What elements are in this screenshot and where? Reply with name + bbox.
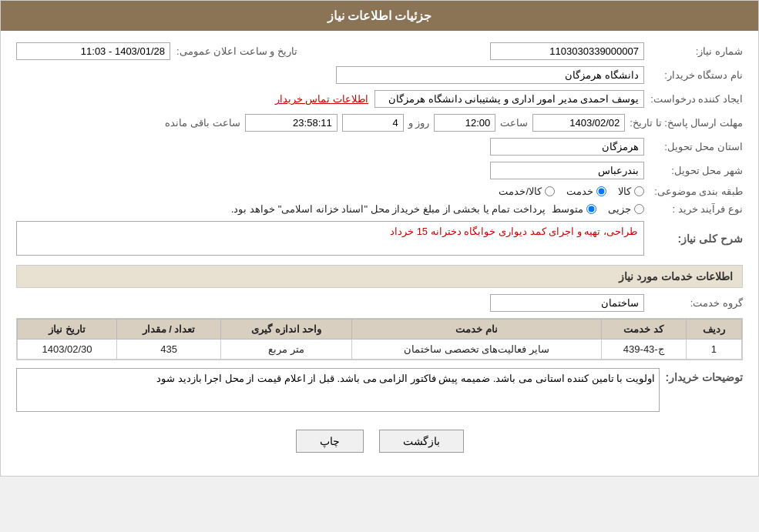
mohlat-rooz-input[interactable]	[342, 114, 404, 132]
col-radif: ردیف	[686, 320, 741, 340]
mohlat-saat-input[interactable]	[434, 114, 495, 132]
col-tarikh: تاریخ نیاز	[18, 320, 117, 340]
col-vahed: واحد اندازه گیری	[221, 320, 352, 340]
tabaqe-kala-radio[interactable]	[634, 186, 644, 196]
tawzih-label: توضیحات خریدار:	[666, 368, 743, 383]
tabaqe-kala-khadamat-label: کالا/خدمت	[499, 186, 542, 197]
tarikh-label: تاریخ و ساعت اعلان عمومی:	[176, 45, 297, 57]
ostan-label: استان محل تحویل:	[650, 141, 743, 152]
tabaqe-row: طبقه بندی موضوعی: کالا خدمت کالا/خدمت	[16, 186, 743, 197]
ostan-input[interactable]	[490, 138, 644, 156]
namDastgah-input[interactable]	[336, 66, 644, 84]
col-tedad: تعداد / مقدار	[117, 320, 221, 340]
nof-motawaset-radio[interactable]	[586, 204, 596, 214]
content-area: شماره نیاز: تاریخ و ساعت اعلان عمومی: نا…	[1, 31, 758, 476]
noFarayand-radiogroup: جزیی متوسط	[552, 203, 644, 215]
cell-radif: 1	[686, 340, 741, 360]
groohKhadamat-row: گروه خدمت:	[16, 294, 743, 312]
shomareNiaz-input[interactable]	[490, 42, 644, 60]
mohlat-baqi-input[interactable]	[245, 114, 338, 132]
ijadKonande-input[interactable]	[374, 90, 644, 108]
tarikh-input[interactable]	[16, 42, 170, 60]
sharhKoli-label: شرح کلی نیاز:	[650, 233, 743, 245]
print-button[interactable]: چاپ	[296, 430, 364, 453]
table-header-row: ردیف کد خدمت نام خدمت واحد اندازه گیری ت…	[18, 320, 742, 340]
rooz-label: روز و	[408, 117, 430, 129]
shahr-row: شهر محل تحویل:	[16, 162, 743, 179]
page-wrapper: جزئیات اطلاعات نیاز شماره نیاز: تاریخ و …	[0, 0, 759, 477]
tabaqe-label: طبقه بندی موضوعی:	[650, 186, 743, 197]
tawzih-textarea[interactable]: اولویت با تامین کننده استانی می باشد. ضم…	[16, 368, 660, 412]
nof-jozi-radio[interactable]	[634, 204, 644, 214]
noFarayand-row: نوع فرآیند خرید : جزیی متوسط پرداخت تمام…	[16, 203, 743, 215]
services-table: ردیف کد خدمت نام خدمت واحد اندازه گیری ت…	[17, 319, 742, 360]
mohlat-row: مهلت ارسال پاسخ: تا تاریخ: ساعت روز و سا…	[16, 114, 743, 132]
tabaqe-kala-label: کالا	[618, 186, 631, 197]
cell-tedad: 435	[117, 340, 221, 360]
tabaqe-khadamat-label: خدمت	[566, 186, 593, 197]
nof-motawaset-item: متوسط	[552, 203, 596, 215]
groohKhadamat-label: گروه خدمت:	[650, 297, 743, 309]
nof-jozi-item: جزیی	[608, 203, 644, 215]
page-header: جزئیات اطلاعات نیاز	[1, 1, 758, 31]
table-row: 1 ج-43-439 سایر فعالیت‌های تخصصی ساختمان…	[18, 340, 742, 360]
ostan-row: استان محل تحویل:	[16, 138, 743, 156]
baqi-label: ساعت باقی مانده	[165, 117, 240, 129]
saat-label: ساعت	[500, 117, 528, 129]
ettelaatTamas-link[interactable]: اطلاعات تماس خریدار	[275, 93, 368, 105]
noFarayand-label: نوع فرآیند خرید :	[650, 203, 743, 215]
ijadKonande-row: ایجاد کننده درخواست: اطلاعات تماس خریدار	[16, 90, 743, 108]
nof-motawaset-label: متوسط	[552, 203, 583, 215]
cell-vahed: متر مربع	[221, 340, 352, 360]
sharhKoli-value: طراحی، تهیه و اجرای کمد دیواری خوابگاه د…	[16, 221, 644, 256]
tabaqe-khadamat-item: خدمت	[566, 186, 606, 197]
back-button[interactable]: بازگشت	[379, 430, 464, 453]
shomareNiaz-row: شماره نیاز: تاریخ و ساعت اعلان عمومی:	[16, 42, 743, 60]
cell-tarikh: 1403/02/30	[18, 340, 117, 360]
mohlat-date-input[interactable]	[532, 114, 625, 132]
tabaqe-khadamat-radio[interactable]	[596, 186, 606, 196]
shahr-label: شهر محل تحویل:	[650, 165, 743, 176]
cell-kod: ج-43-439	[601, 340, 686, 360]
namDastgah-label: نام دستگاه خریدار:	[650, 69, 743, 81]
shomareNiaz-label: شماره نیاز:	[650, 45, 743, 57]
col-kod: کد خدمت	[601, 320, 686, 340]
nof-jozi-label: جزیی	[608, 203, 631, 215]
shahr-input[interactable]	[490, 162, 644, 179]
header-title: جزئیات اطلاعات نیاز	[327, 9, 432, 22]
noFarayand-note: پرداخت تمام یا بخشی از مبلغ خریداز محل "…	[231, 203, 546, 215]
groohKhadamat-input[interactable]	[490, 294, 644, 312]
mohlat-label: مهلت ارسال پاسخ: تا تاریخ:	[630, 117, 743, 129]
tawzih-row: توضیحات خریدار: اولویت با تامین کننده اس…	[16, 368, 743, 412]
tabaqe-radiogroup: کالا خدمت کالا/خدمت	[499, 186, 644, 197]
services-table-container: ردیف کد خدمت نام خدمت واحد اندازه گیری ت…	[16, 318, 743, 360]
sharhKoli-row: شرح کلی نیاز: طراحی، تهیه و اجرای کمد دی…	[16, 221, 743, 256]
cell-nam: سایر فعالیت‌های تخصصی ساختمان	[352, 340, 602, 360]
ijadKonande-label: ایجاد کننده درخواست:	[650, 93, 743, 105]
tabaqe-kala-khadamat-item: کالا/خدمت	[499, 186, 555, 197]
tabaqe-kala-item: کالا	[618, 186, 644, 197]
tabaqe-kala-khadamat-radio[interactable]	[545, 186, 555, 196]
col-nam: نام خدمت	[352, 320, 602, 340]
namDastgah-row: نام دستگاه خریدار:	[16, 66, 743, 84]
serviceInfo-header: اطلاعات خدمات مورد نیاز	[16, 265, 743, 288]
button-row: بازگشت چاپ	[16, 418, 743, 464]
